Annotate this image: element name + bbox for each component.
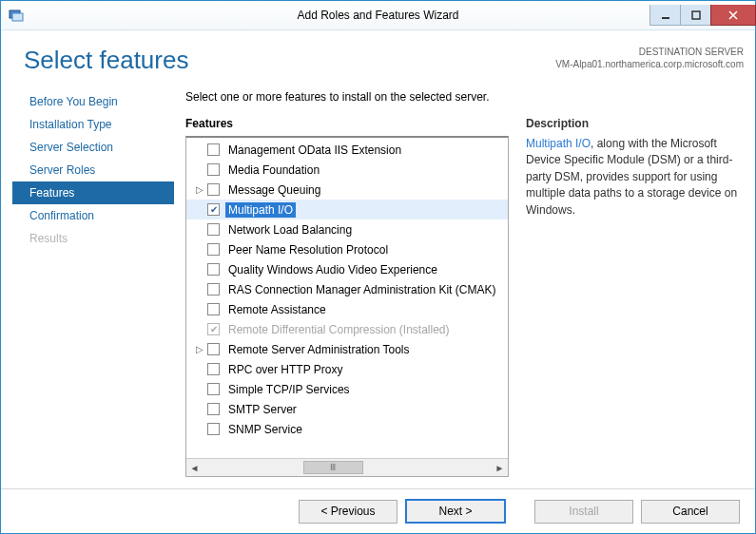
feature-checkbox[interactable]: [207, 223, 220, 236]
feature-checkbox[interactable]: [207, 263, 220, 276]
destination-server-info: DESTINATION SERVER VM-Alpa01.northameric…: [555, 46, 744, 70]
feature-label: SMTP Server: [225, 402, 300, 417]
feature-checkbox: [207, 323, 220, 335]
minimize-button[interactable]: [649, 5, 681, 26]
wizard-window: Add Roles and Features Wizard Select fea…: [0, 0, 756, 534]
wizard-body: Select features DESTINATION SERVER VM-Al…: [1, 30, 755, 488]
feature-label: Multipath I/O: [225, 202, 296, 218]
nav-item-confirmation[interactable]: Confirmation: [12, 204, 174, 227]
maximize-button[interactable]: [680, 5, 711, 26]
hscroll-thumb[interactable]: Ⅲ: [303, 461, 363, 474]
feature-label: Remote Server Administration Tools: [225, 342, 413, 357]
destination-server-label: DESTINATION SERVER: [555, 46, 744, 58]
window-title: Add Roles and Features Wizard: [1, 9, 755, 22]
feature-checkbox[interactable]: [207, 343, 220, 355]
page-title: Select features: [24, 46, 555, 75]
content-area: Select one or more features to install o…: [174, 85, 744, 477]
feature-checkbox[interactable]: [207, 243, 220, 256]
feature-label: Management OData IIS Extension: [225, 143, 404, 158]
feature-label: Media Foundation: [225, 162, 322, 178]
feature-label: RPC over HTTP Proxy: [225, 362, 345, 377]
feature-checkbox[interactable]: [207, 363, 220, 375]
feature-checkbox[interactable]: [207, 303, 220, 315]
content-columns: Features Management OData IIS ExtensionM…: [185, 117, 744, 477]
feature-checkbox[interactable]: [207, 143, 220, 156]
feature-checkbox[interactable]: [207, 163, 220, 176]
feature-row[interactable]: ▷Remote Server Administration Tools: [186, 339, 508, 359]
features-column: Features Management OData IIS ExtensionM…: [185, 117, 509, 477]
feature-row[interactable]: Quality Windows Audio Video Experience: [186, 259, 508, 279]
destination-server-host: VM-Alpa01.northamerica.corp.microsoft.co…: [555, 58, 744, 70]
app-icon: [9, 8, 24, 23]
window-controls: [649, 5, 755, 26]
wizard-footer: < Previous Next > Install Cancel: [1, 488, 755, 533]
description-text: Multipath I/O, along with the Microsoft …: [526, 136, 744, 219]
feature-label: Message Queuing: [225, 182, 323, 198]
feature-label: Quality Windows Audio Video Experience: [225, 262, 440, 277]
install-button: Install: [534, 500, 633, 524]
instruction-text: Select one or more features to install o…: [185, 90, 744, 104]
feature-row[interactable]: Simple TCP/IP Services: [186, 379, 508, 399]
feature-checkbox[interactable]: [207, 423, 220, 435]
feature-checkbox[interactable]: [207, 383, 220, 395]
description-highlight: Multipath I/O: [526, 137, 591, 150]
feature-row[interactable]: Remote Assistance: [186, 299, 508, 319]
hscroll-right-button[interactable]: ►: [492, 459, 508, 476]
feature-row[interactable]: ▷Message Queuing: [186, 180, 508, 200]
feature-label: Remote Assistance: [225, 302, 329, 317]
feature-checkbox[interactable]: [207, 183, 220, 196]
feature-label: Peer Name Resolution Protocol: [225, 242, 391, 257]
feature-label: Remote Differential Compression (Install…: [225, 322, 453, 337]
expander-icon[interactable]: ▷: [194, 184, 205, 195]
hscroll-track[interactable]: Ⅲ: [203, 459, 492, 476]
features-list[interactable]: Management OData IIS ExtensionMedia Foun…: [186, 138, 508, 458]
cancel-button[interactable]: Cancel: [641, 500, 740, 524]
next-button[interactable]: Next >: [405, 499, 506, 524]
nav-item-features[interactable]: Features: [12, 181, 174, 204]
feature-row[interactable]: Network Load Balancing: [186, 219, 508, 239]
features-heading: Features: [185, 117, 509, 130]
feature-row[interactable]: SNMP Service: [186, 419, 508, 439]
nav-item-installation-type[interactable]: Installation Type: [12, 113, 174, 136]
previous-button[interactable]: < Previous: [299, 500, 397, 524]
description-column: Description Multipath I/O, along with th…: [526, 117, 744, 477]
feature-row[interactable]: SMTP Server: [186, 399, 508, 419]
feature-checkbox[interactable]: [207, 283, 220, 296]
feature-row[interactable]: Peer Name Resolution Protocol: [186, 239, 508, 259]
feature-label: RAS Connection Manager Administration Ki…: [225, 282, 498, 297]
header-row: Select features DESTINATION SERVER VM-Al…: [12, 42, 744, 75]
expander-icon[interactable]: ▷: [194, 344, 205, 354]
feature-label: SNMP Service: [225, 422, 305, 437]
features-hscroll[interactable]: ◄ Ⅲ ►: [186, 458, 508, 476]
nav-item-results: Results: [12, 227, 174, 250]
svg-rect-2: [662, 17, 669, 19]
feature-row[interactable]: Multipath I/O: [186, 200, 508, 219]
feature-checkbox[interactable]: [207, 203, 220, 216]
description-heading: Description: [526, 117, 744, 130]
feature-row[interactable]: Management OData IIS Extension: [186, 140, 508, 160]
hscroll-left-button[interactable]: ◄: [186, 459, 203, 476]
svg-rect-3: [692, 11, 700, 19]
feature-row[interactable]: RAS Connection Manager Administration Ki…: [186, 279, 508, 299]
feature-row: Remote Differential Compression (Install…: [186, 319, 508, 339]
nav-item-before-you-begin[interactable]: Before You Begin: [12, 90, 174, 113]
nav-item-server-selection[interactable]: Server Selection: [12, 136, 174, 159]
features-box: Management OData IIS ExtensionMedia Foun…: [185, 136, 509, 477]
svg-rect-1: [12, 13, 23, 21]
titlebar: Add Roles and Features Wizard: [1, 1, 755, 30]
feature-row[interactable]: Media Foundation: [186, 160, 508, 180]
feature-checkbox[interactable]: [207, 403, 220, 415]
wizard-nav: Before You BeginInstallation TypeServer …: [12, 85, 174, 477]
feature-row[interactable]: RPC over HTTP Proxy: [186, 359, 508, 379]
close-button[interactable]: [710, 5, 756, 26]
main-area: Before You BeginInstallation TypeServer …: [12, 85, 744, 477]
feature-label: Network Load Balancing: [225, 222, 355, 238]
nav-item-server-roles[interactable]: Server Roles: [12, 159, 174, 181]
feature-label: Simple TCP/IP Services: [225, 382, 353, 397]
